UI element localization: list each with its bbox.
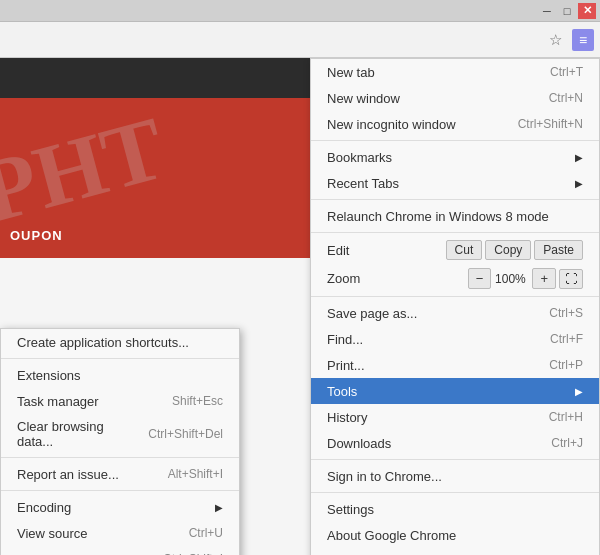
menu-item-settings[interactable]: Settings bbox=[311, 496, 599, 522]
encoding-arrow: ▶ bbox=[215, 502, 223, 513]
settings-label: Settings bbox=[327, 502, 583, 517]
bookmarks-label: Bookmarks bbox=[327, 150, 571, 165]
separator-5 bbox=[311, 459, 599, 460]
report-issue-shortcut: Alt+Shift+I bbox=[168, 467, 223, 481]
history-shortcut: Ctrl+H bbox=[549, 410, 583, 424]
find-label: Find... bbox=[327, 332, 530, 347]
browser-toolbar: ☆ ≡ bbox=[0, 22, 600, 58]
downloads-shortcut: Ctrl+J bbox=[551, 436, 583, 450]
view-source-shortcut: Ctrl+U bbox=[189, 526, 223, 540]
main-menu: New tab Ctrl+T New window Ctrl+N New inc… bbox=[310, 58, 600, 555]
submenu-item-task-manager[interactable]: Task manager Shift+Esc bbox=[1, 388, 239, 414]
find-shortcut: Ctrl+F bbox=[550, 332, 583, 346]
incognito-label: New incognito window bbox=[327, 117, 498, 132]
task-manager-label: Task manager bbox=[17, 394, 152, 409]
menu-item-find[interactable]: Find... Ctrl+F bbox=[311, 326, 599, 352]
tools-submenu: Create application shortcuts... Extensio… bbox=[0, 328, 240, 555]
submenu-item-extensions[interactable]: Extensions bbox=[1, 362, 239, 388]
page-content: OUPON PHT New tab Ctrl+T New window Ctrl… bbox=[0, 58, 600, 555]
edit-label: Edit bbox=[327, 243, 443, 258]
recent-tabs-label: Recent Tabs bbox=[327, 176, 571, 191]
extensions-label: Extensions bbox=[17, 368, 223, 383]
report-issue-label: Report an issue... bbox=[17, 467, 148, 482]
bookmark-star-icon[interactable]: ☆ bbox=[544, 29, 566, 51]
menu-item-about[interactable]: About Google Chrome bbox=[311, 522, 599, 548]
recent-tabs-arrow: ▶ bbox=[575, 178, 583, 189]
view-source-label: View source bbox=[17, 526, 169, 541]
print-shortcut: Ctrl+P bbox=[549, 358, 583, 372]
paste-button[interactable]: Paste bbox=[534, 240, 583, 260]
separator-3 bbox=[311, 232, 599, 233]
tools-label: Tools bbox=[327, 384, 571, 399]
sub-separator-3 bbox=[1, 490, 239, 491]
clear-browsing-label: Clear browsing data... bbox=[17, 419, 128, 449]
sub-separator-1 bbox=[1, 358, 239, 359]
minimize-button[interactable]: ─ bbox=[538, 3, 556, 19]
zoom-minus-button[interactable]: − bbox=[468, 268, 492, 289]
relaunch-label: Relaunch Chrome in Windows 8 mode bbox=[327, 209, 583, 224]
copy-button[interactable]: Copy bbox=[485, 240, 531, 260]
maximize-button[interactable]: □ bbox=[558, 3, 576, 19]
submenu-item-report-issue[interactable]: Report an issue... Alt+Shift+I bbox=[1, 461, 239, 487]
task-manager-shortcut: Shift+Esc bbox=[172, 394, 223, 408]
print-label: Print... bbox=[327, 358, 529, 373]
submenu-item-create-shortcuts[interactable]: Create application shortcuts... bbox=[1, 329, 239, 355]
encoding-label: Encoding bbox=[17, 500, 211, 515]
menu-item-history[interactable]: History Ctrl+H bbox=[311, 404, 599, 430]
menu-item-new-window[interactable]: New window Ctrl+N bbox=[311, 85, 599, 111]
submenu-item-view-source[interactable]: View source Ctrl+U bbox=[1, 520, 239, 546]
chrome-menu-icon[interactable]: ≡ bbox=[572, 29, 594, 51]
zoom-label: Zoom bbox=[327, 271, 465, 286]
menu-item-incognito[interactable]: New incognito window Ctrl+Shift+N bbox=[311, 111, 599, 137]
menu-item-print[interactable]: Print... Ctrl+P bbox=[311, 352, 599, 378]
incognito-shortcut: Ctrl+Shift+N bbox=[518, 117, 583, 131]
about-label: About Google Chrome bbox=[327, 528, 583, 543]
zoom-row: Zoom − 100% + ⛶ bbox=[311, 264, 599, 293]
menu-item-bookmarks[interactable]: Bookmarks ▶ bbox=[311, 144, 599, 170]
menu-item-help[interactable]: Help bbox=[311, 548, 599, 555]
edit-row: Edit Cut Copy Paste bbox=[311, 236, 599, 264]
separator-6 bbox=[311, 492, 599, 493]
menu-item-signin[interactable]: Sign in to Chrome... bbox=[311, 463, 599, 489]
menu-item-tools[interactable]: Tools ▶ bbox=[311, 378, 599, 404]
new-window-label: New window bbox=[327, 91, 529, 106]
bookmarks-arrow: ▶ bbox=[575, 152, 583, 163]
menu-item-save-page[interactable]: Save page as... Ctrl+S bbox=[311, 300, 599, 326]
menu-item-relaunch[interactable]: Relaunch Chrome in Windows 8 mode bbox=[311, 203, 599, 229]
fullscreen-button[interactable]: ⛶ bbox=[559, 269, 583, 289]
close-button[interactable]: ✕ bbox=[578, 3, 596, 19]
clear-browsing-shortcut: Ctrl+Shift+Del bbox=[148, 427, 223, 441]
title-bar: ─ □ ✕ bbox=[0, 0, 600, 22]
coupon-label: OUPON bbox=[10, 228, 63, 243]
developer-tools-label: Developer tools bbox=[17, 552, 143, 556]
history-label: History bbox=[327, 410, 529, 425]
submenu-item-clear-browsing[interactable]: Clear browsing data... Ctrl+Shift+Del bbox=[1, 414, 239, 454]
new-tab-label: New tab bbox=[327, 65, 530, 80]
zoom-plus-button[interactable]: + bbox=[532, 268, 556, 289]
browser-window: ─ □ ✕ ☆ ≡ OUPON PHT New tab Ctrl+T New w… bbox=[0, 0, 600, 555]
submenu-item-developer-tools[interactable]: Developer tools Ctrl+Shift+I bbox=[1, 546, 239, 555]
zoom-value: 100% bbox=[491, 272, 529, 286]
cut-button[interactable]: Cut bbox=[446, 240, 483, 260]
menu-item-recent-tabs[interactable]: Recent Tabs ▶ bbox=[311, 170, 599, 196]
separator-1 bbox=[311, 140, 599, 141]
tools-arrow: ▶ bbox=[575, 386, 583, 397]
signin-label: Sign in to Chrome... bbox=[327, 469, 583, 484]
new-window-shortcut: Ctrl+N bbox=[549, 91, 583, 105]
separator-4 bbox=[311, 296, 599, 297]
save-page-shortcut: Ctrl+S bbox=[549, 306, 583, 320]
create-shortcuts-label: Create application shortcuts... bbox=[17, 335, 223, 350]
menu-item-new-tab[interactable]: New tab Ctrl+T bbox=[311, 59, 599, 85]
separator-2 bbox=[311, 199, 599, 200]
downloads-label: Downloads bbox=[327, 436, 531, 451]
new-tab-shortcut: Ctrl+T bbox=[550, 65, 583, 79]
sub-separator-2 bbox=[1, 457, 239, 458]
submenu-item-encoding[interactable]: Encoding ▶ bbox=[1, 494, 239, 520]
save-page-label: Save page as... bbox=[327, 306, 529, 321]
menu-item-downloads[interactable]: Downloads Ctrl+J bbox=[311, 430, 599, 456]
